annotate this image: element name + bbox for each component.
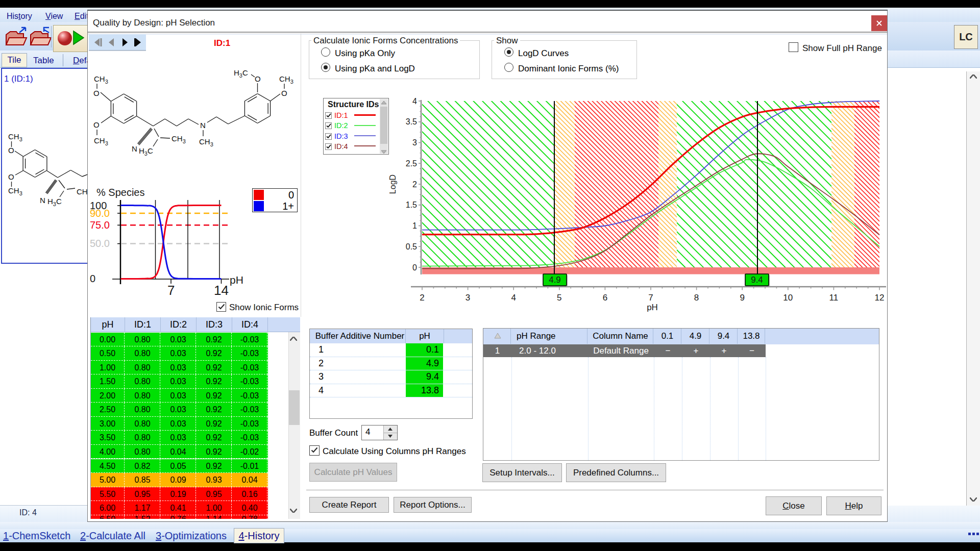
svg-text:N: N	[132, 144, 137, 153]
svg-text:4.9: 4.9	[549, 275, 561, 285]
svg-text:0: 0	[90, 273, 95, 284]
svg-text:H3C: H3C	[47, 197, 62, 207]
svg-text:N: N	[40, 196, 45, 205]
svg-text:CH3: CH3	[77, 187, 88, 197]
svg-text:90.0: 90.0	[90, 208, 110, 219]
svg-text:0.5: 0.5	[406, 242, 417, 251]
svg-text:N: N	[200, 121, 206, 130]
svg-text:O: O	[8, 172, 14, 181]
svg-text:3: 3	[412, 138, 417, 147]
svg-text:CH3: CH3	[172, 134, 186, 144]
svg-text:10: 10	[783, 293, 793, 303]
svg-text:1: 1	[412, 221, 417, 230]
svg-text:9: 9	[740, 293, 744, 303]
svg-text:CH3: CH3	[94, 136, 108, 146]
svg-text:8: 8	[694, 293, 699, 303]
svg-text:CH3: CH3	[199, 137, 213, 147]
svg-text:% Species: % Species	[96, 187, 145, 198]
svg-text:2: 2	[412, 180, 417, 189]
svg-text:12: 12	[875, 293, 885, 303]
svg-text:H3C: H3C	[234, 68, 248, 79]
svg-text:O: O	[93, 89, 100, 97]
svg-text:2: 2	[420, 293, 424, 303]
svg-text:pH: pH	[230, 274, 243, 286]
svg-text:2.5: 2.5	[406, 159, 417, 168]
svg-text:LogD: LogD	[388, 174, 397, 194]
svg-text:3.5: 3.5	[406, 117, 417, 126]
svg-text:O: O	[281, 89, 287, 97]
svg-text:75.0: 75.0	[90, 219, 110, 231]
svg-text:pH: pH	[647, 303, 658, 312]
svg-text:1.5: 1.5	[406, 201, 417, 209]
svg-text:9.4: 9.4	[751, 275, 763, 285]
svg-text:14: 14	[214, 283, 229, 298]
svg-text:O: O	[8, 146, 14, 155]
svg-text:7: 7	[167, 283, 175, 298]
svg-text:CH3: CH3	[8, 132, 22, 142]
svg-text:6: 6	[603, 293, 607, 303]
svg-text:7: 7	[648, 293, 653, 303]
svg-text:O: O	[93, 120, 100, 129]
svg-text:H3C: H3C	[139, 146, 153, 157]
svg-text:0: 0	[412, 263, 417, 272]
svg-text:50.0: 50.0	[90, 238, 110, 249]
svg-text:O: O	[255, 74, 261, 83]
svg-text:CH3: CH3	[8, 186, 22, 196]
svg-text:CH3: CH3	[279, 74, 293, 85]
svg-text:4: 4	[511, 293, 516, 303]
svg-text:11: 11	[829, 293, 839, 303]
svg-text:4: 4	[412, 97, 417, 106]
svg-text:CH3: CH3	[94, 74, 108, 85]
svg-text:3: 3	[465, 293, 470, 303]
svg-text:5: 5	[557, 293, 561, 303]
